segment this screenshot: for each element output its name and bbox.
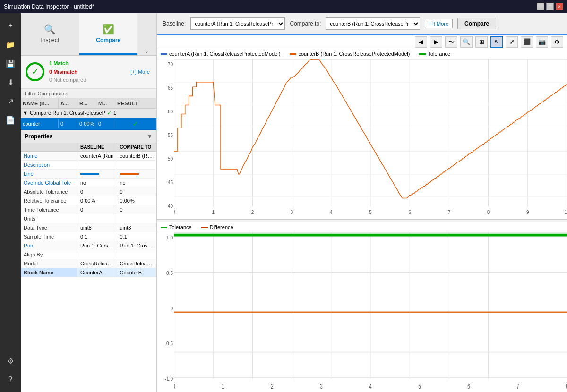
prop-label-name: Name bbox=[21, 152, 77, 160]
more-signals-button[interactable]: [+] More bbox=[425, 19, 453, 28]
prop-row-units: Units bbox=[21, 214, 156, 223]
prop-val-dtype-baseline: uint8 bbox=[77, 223, 117, 232]
tab-inspect[interactable]: 🔍 Inspect bbox=[21, 13, 79, 55]
inspect-icon: 🔍 bbox=[44, 24, 56, 35]
minimize-button[interactable]: ─ bbox=[537, 3, 544, 10]
maximize-button[interactable]: □ bbox=[546, 3, 554, 10]
tab-bar: 🔍 Inspect ✅ Compare › bbox=[21, 13, 156, 56]
y-label-50: 50 bbox=[157, 156, 173, 162]
legend-item-b: counterB (Run 1: CrossReleaseProtectedMo… bbox=[290, 51, 410, 57]
svg-text:10: 10 bbox=[564, 210, 567, 215]
expand-button[interactable]: ⤢ bbox=[506, 36, 518, 48]
legend-label-tol: Tolerance bbox=[428, 51, 450, 57]
legend-item-a: counterA (Run 1: CrossReleaseProtectedMo… bbox=[161, 51, 280, 57]
legend-item-tol: Tolerance bbox=[419, 51, 450, 57]
frame-button[interactable]: ⊞ bbox=[475, 36, 488, 48]
close-button[interactable]: ✕ bbox=[556, 3, 563, 10]
arrow-tool-button[interactable]: ↖ bbox=[490, 36, 503, 48]
table-data-row[interactable]: counter 0 0.00% 0 ✓ bbox=[21, 118, 156, 130]
y-label-55: 55 bbox=[157, 133, 173, 138]
left-panel: 🔍 Inspect ✅ Compare › ✓ 1 Match 0 Mismat… bbox=[21, 13, 157, 392]
titlebar: Simulation Data Inspector - untitled* ─ … bbox=[0, 0, 567, 13]
y-label-05: 0.5 bbox=[157, 271, 173, 276]
zoom-button[interactable]: 🔍 bbox=[460, 36, 472, 48]
svg-text:4: 4 bbox=[330, 210, 333, 215]
svg-text:1: 1 bbox=[212, 210, 215, 215]
result-check-icon: ✓ bbox=[133, 120, 138, 128]
top-chart-legend: counterA (Run 1: CrossReleaseProtectedMo… bbox=[157, 49, 567, 59]
th-r: R... bbox=[77, 99, 96, 108]
top-chart-area: 0 1 2 3 4 5 6 7 8 9 10 bbox=[174, 59, 567, 219]
group-count: 1 bbox=[113, 110, 116, 116]
document-button[interactable]: 📄 bbox=[2, 111, 19, 128]
prop-val-time-compare: 0 bbox=[117, 205, 157, 214]
svg-text:5: 5 bbox=[369, 210, 372, 215]
svg-text:6: 6 bbox=[467, 383, 470, 390]
prop-label-time-tol: Time Tolerance bbox=[21, 205, 77, 214]
prop-val-units-baseline bbox=[77, 214, 117, 223]
top-chart-y-axis: 70 65 60 55 50 45 40 bbox=[157, 59, 174, 219]
ph-label bbox=[21, 143, 77, 151]
top-chart-container: 70 65 60 55 50 45 40 bbox=[157, 59, 567, 220]
properties-title: Properties bbox=[25, 133, 52, 140]
prop-row-run: Run Run 1: CrossR Run 1: CrossR bbox=[21, 241, 156, 250]
not-compared-count: 0 Not compared bbox=[49, 76, 124, 85]
legend-swatch-a bbox=[161, 53, 167, 55]
prop-row-name: Name counterA (Run counterB (Run bbox=[21, 152, 156, 161]
folder-button[interactable]: 📁 bbox=[2, 36, 19, 53]
help-button[interactable]: ? bbox=[2, 371, 19, 388]
prop-val-run-compare: Run 1: CrossR bbox=[117, 241, 157, 250]
ph-compare-to: COMPARE TO bbox=[117, 143, 157, 151]
baseline-select[interactable]: counterA (Run 1: CrossReleasePr bbox=[190, 17, 285, 30]
svg-text:0: 0 bbox=[174, 383, 175, 390]
properties-collapse-icon[interactable]: ▼ bbox=[147, 133, 153, 140]
summary-more-button[interactable]: [+] More bbox=[129, 68, 152, 76]
compare-to-select[interactable]: counterB (Run 1: CrossReleasePr bbox=[326, 17, 420, 30]
chart-settings-button[interactable]: ⚙ bbox=[551, 36, 563, 48]
y-label-70: 70 bbox=[157, 62, 173, 67]
tab-compare[interactable]: ✅ Compare bbox=[79, 13, 138, 55]
prop-label-sample-time: Sample Time bbox=[21, 232, 77, 241]
add-button[interactable]: + bbox=[2, 17, 19, 34]
y-label-40: 40 bbox=[157, 204, 173, 209]
camera-button[interactable]: 📷 bbox=[536, 36, 548, 48]
svg-text:1: 1 bbox=[222, 383, 224, 390]
prop-label-align: Align By bbox=[21, 250, 77, 259]
svg-text:0: 0 bbox=[174, 210, 175, 215]
curve-tool-button[interactable]: 〜 bbox=[445, 36, 457, 48]
legend-item-difference: Difference bbox=[201, 224, 233, 230]
properties-table: BASELINE COMPARE TO Name counterA (Run c… bbox=[21, 143, 156, 392]
legend-swatch-tolerance bbox=[161, 227, 167, 228]
svg-text:4: 4 bbox=[369, 383, 372, 390]
prop-val-st-baseline: 0.1 bbox=[77, 232, 117, 241]
top-toolbar: Baseline: counterA (Run 1: CrossReleaseP… bbox=[157, 13, 567, 34]
prev-button[interactable]: ◀ bbox=[415, 36, 427, 48]
svg-text:8: 8 bbox=[487, 210, 490, 215]
table-group-row[interactable]: ▼ Compare Run 1: CrossReleaseP ✓ 1 bbox=[21, 109, 156, 118]
prop-row-sample-time: Sample Time 0.1 0.1 bbox=[21, 232, 156, 241]
prop-row-override: Override Global Tole no no bbox=[21, 179, 156, 187]
prop-val-align-baseline bbox=[77, 250, 117, 259]
prop-row-align: Align By bbox=[21, 250, 156, 259]
summary-text: 1 Match 0 Mismatch 0 Not compared bbox=[49, 60, 124, 85]
bottom-chart-area: 0 1 2 3 4 5 6 7 8 bbox=[174, 232, 567, 392]
share-button[interactable]: ↗ bbox=[2, 93, 19, 110]
compare-button[interactable]: Compare bbox=[457, 18, 496, 29]
save-button[interactable]: 💾 bbox=[2, 55, 19, 72]
next-button[interactable]: ▶ bbox=[430, 36, 442, 48]
svg-text:7: 7 bbox=[448, 210, 451, 215]
prop-label-override: Override Global Tole bbox=[21, 179, 77, 187]
download-button[interactable]: ⬇ bbox=[2, 74, 19, 91]
top-chart-svg: 0 1 2 3 4 5 6 7 8 9 10 bbox=[174, 59, 567, 219]
prop-val-rel-baseline: 0.00% bbox=[77, 196, 117, 205]
td-a: 0 bbox=[59, 119, 77, 128]
window-controls[interactable]: ─ □ ✕ bbox=[537, 3, 563, 10]
tab-inspect-label: Inspect bbox=[41, 37, 59, 43]
ph-baseline: BASELINE bbox=[77, 143, 117, 151]
prop-val-time-baseline: 0 bbox=[77, 205, 117, 214]
svg-text:5: 5 bbox=[418, 383, 421, 390]
th-result: RESULT bbox=[115, 99, 156, 108]
bottom-chart-legend: Tolerance Difference bbox=[157, 222, 567, 232]
settings-button[interactable]: ⚙ bbox=[2, 352, 19, 369]
fit-frame-button[interactable]: ⬛ bbox=[521, 36, 533, 48]
